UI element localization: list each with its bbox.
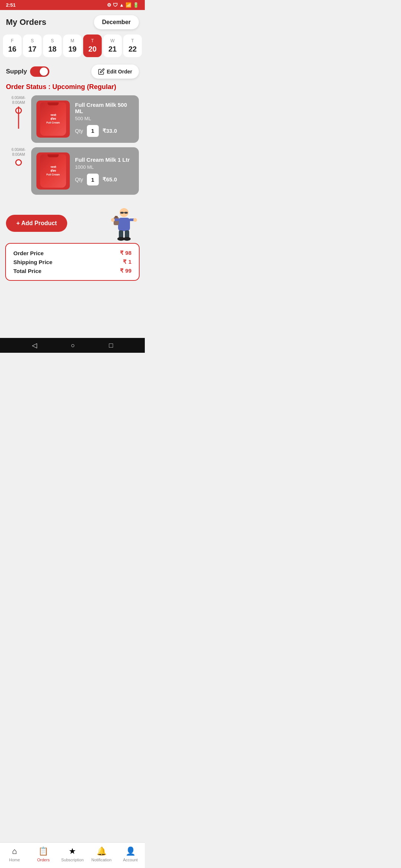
price-row-total: Total Price ₹ 99 [13,267,131,274]
edit-order-button[interactable]: Edit Order [91,65,139,79]
product-qty-row-2: Qty 1 ₹65.0 [75,174,134,185]
edit-order-label: Edit Order [107,69,132,75]
shipping-price-label: Shipping Price [13,259,52,265]
shipping-price-value: ₹ 1 [123,259,131,265]
svg-point-9 [111,218,115,222]
day-label-20: T [91,38,94,43]
gesture-bar: ◁ ○ □ [0,338,145,353]
supply-left: Supply [6,66,49,77]
add-product-button[interactable]: + Add Product [6,215,67,232]
recents-button[interactable]: □ [109,342,113,349]
home-button[interactable]: ○ [71,342,75,349]
timeline-item-2: 6:00AM-8:00AM नमस्तेइंडियाFull Cream Ful… [6,147,139,195]
back-button[interactable]: ◁ [32,341,37,349]
day-label-17: S [31,38,34,43]
delivery-person-svg [109,207,139,244]
timeline-item-1: 6:00AM-8:00AM नमस्तेइंडियाFull Cream Ful… [6,95,139,143]
product-name-2: Full Cream Milk 1 Ltr [75,157,134,163]
svg-point-14 [123,237,131,241]
status-icons: ⚙ 🛡 ▲ 📶 🔋 [107,2,139,8]
timeline-left-2: 6:00AM-8:00AM [6,147,31,166]
product-volume-2: 1000 ML [75,164,134,170]
svg-rect-1 [120,212,124,214]
status-time: 2:51 [6,2,16,8]
edit-icon [98,68,105,75]
day-18[interactable]: S 18 [43,34,62,57]
day-number-20: 20 [88,45,97,53]
day-number-21: 21 [108,45,117,53]
product-qty-row-1: Qty 1 ₹33.0 [75,125,134,137]
timeline-line-1 [18,106,19,129]
timeline-dot-2 [15,159,22,166]
day-16[interactable]: F 16 [3,34,22,57]
day-22[interactable]: T 22 [123,34,142,57]
header: My Orders December [0,10,145,33]
day-number-16: 16 [8,45,16,53]
total-price-value: ₹ 99 [120,267,131,274]
product-price-1: ₹33.0 [102,128,117,134]
milk-bag-2: नमस्तेइंडियाFull Cream [40,154,66,188]
product-info-1: Full Cream Milk 500 ML 500 ML Qty 1 ₹33.… [75,102,134,137]
day-number-19: 19 [68,45,76,53]
day-label-21: W [110,38,114,43]
day-label-19: M [71,38,74,43]
order-status-text: Order Status : Upcoming (Regular) [6,83,116,91]
total-price-label: Total Price [13,268,42,274]
day-19[interactable]: M 19 [63,34,82,57]
product-image-2: नमस्तेइंडियाFull Cream [36,152,70,190]
day-number-22: 22 [128,45,137,53]
svg-rect-4 [118,218,130,231]
day-label-18: S [51,38,54,43]
status-bar: 2:51 ⚙ 🛡 ▲ 📶 🔋 [0,0,145,10]
order-price-value: ₹ 98 [120,250,131,256]
price-row-order: Order Price ₹ 98 [13,250,131,256]
day-label-22: T [131,38,134,43]
order-price-box: Order Price ₹ 98 Shipping Price ₹ 1 Tota… [5,243,140,281]
supply-label: Supply [6,68,27,75]
order-price-label: Order Price [13,250,44,256]
month-button[interactable]: December [94,15,139,29]
product-card-2: नमस्तेइंडियाFull Cream Full Cream Milk 1… [31,147,139,195]
delivery-person-illustration [109,207,139,240]
add-product-section: + Add Product [0,201,145,243]
day-number-18: 18 [48,45,56,53]
toggle-knob [40,68,48,76]
svg-point-10 [133,218,137,222]
day-number-17: 17 [28,45,36,53]
timeline-left-1: 6:00AM-8:00AM [6,95,31,114]
time-label-2: 6:00AM-8:00AM [12,147,26,157]
product-info-2: Full Cream Milk 1 Ltr 1000 ML Qty 1 ₹65.… [75,157,134,185]
timeline-section: 6:00AM-8:00AM नमस्तेइंडियाFull Cream Ful… [0,94,145,201]
product-image-1: नमस्तेइंडियाFull Cream [36,101,70,138]
order-status: Order Status : Upcoming (Regular) [0,83,145,94]
day-20[interactable]: T 20 [83,34,102,57]
qty-label-2: Qty [75,177,83,183]
svg-rect-6 [115,216,118,218]
price-row-shipping: Shipping Price ₹ 1 [13,259,131,265]
add-product-label: + Add Product [16,220,57,227]
time-label-1: 6:00AM-8:00AM [12,95,26,105]
product-price-2: ₹65.0 [102,176,117,183]
product-volume-1: 500 ML [75,116,134,121]
supply-row: Supply Edit Order [0,62,145,83]
qty-label-1: Qty [75,128,83,134]
day-21[interactable]: W 21 [103,34,122,57]
qty-box-1[interactable]: 1 [87,125,99,137]
page-title: My Orders [6,17,46,27]
day-label-16: F [11,38,13,43]
milk-bag-1: नमस्तेइंडियाFull Cream [40,102,66,136]
calendar-strip: F 16 S 17 S 18 M 19 T 20 W 21 T 22 [0,33,145,62]
product-name-1: Full Cream Milk 500 ML [75,102,134,114]
qty-box-2[interactable]: 1 [87,174,99,185]
day-17[interactable]: S 17 [23,34,42,57]
svg-rect-2 [124,212,128,214]
product-card-1: नमस्तेइंडियाFull Cream Full Cream Milk 5… [31,95,139,143]
supply-toggle[interactable] [30,66,49,77]
